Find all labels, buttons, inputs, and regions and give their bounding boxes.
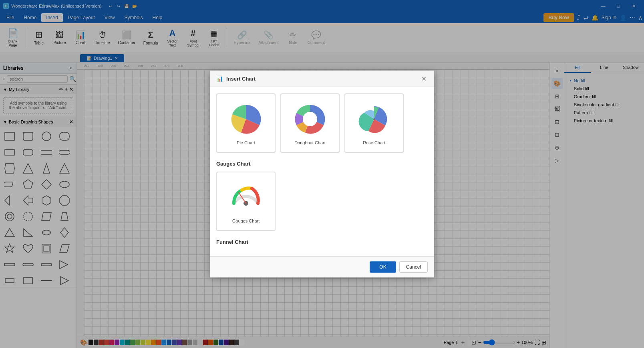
gauges-chart-item[interactable]: Gauges Chart xyxy=(216,172,276,231)
doughnut-chart-item[interactable]: Doughnut Chart xyxy=(280,93,340,153)
doughnut-chart-icon xyxy=(292,101,328,137)
ok-button[interactable]: OK xyxy=(370,261,396,273)
modal-footer: OK Cancel xyxy=(210,256,434,277)
modal-title: Insert Chart xyxy=(226,76,256,82)
svg-point-43 xyxy=(303,112,317,126)
rose-chart-item[interactable]: Rose Chart xyxy=(344,93,404,153)
doughnut-chart-label: Doughnut Chart xyxy=(294,140,326,145)
modal-body: Pie Chart xyxy=(210,87,434,256)
funnel-section-title: Funnel Chart xyxy=(216,239,428,245)
modal-icon: 📊 xyxy=(216,75,223,82)
svg-point-44 xyxy=(373,118,375,120)
modal-overlay[interactable]: 📊 Insert Chart ✕ xyxy=(0,0,644,348)
rose-chart-label: Rose Chart xyxy=(363,140,385,145)
gauges-chart-grid: Gauges Chart xyxy=(216,172,428,231)
modal-close-btn[interactable]: ✕ xyxy=(420,75,428,83)
pie-chart-label: Pie Chart xyxy=(237,140,255,145)
gauges-chart-icon xyxy=(228,179,264,215)
pie-chart-item[interactable]: Pie Chart xyxy=(216,93,276,153)
insert-chart-modal: 📊 Insert Chart ✕ xyxy=(210,71,434,277)
gauges-section-title: Gauges Chart xyxy=(216,161,428,167)
modal-header: 📊 Insert Chart ✕ xyxy=(210,71,434,87)
pie-chart-grid: Pie Chart xyxy=(216,93,428,153)
gauges-chart-label: Gauges Chart xyxy=(232,219,260,223)
rose-chart-icon xyxy=(356,101,392,137)
cancel-button[interactable]: Cancel xyxy=(399,261,428,273)
pie-chart-icon xyxy=(228,101,264,137)
